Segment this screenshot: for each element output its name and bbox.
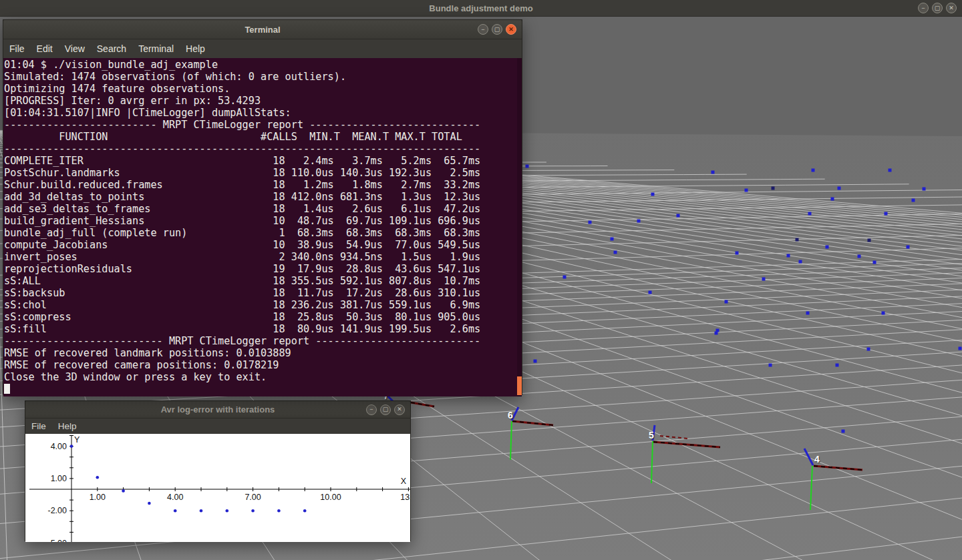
data-point [174,509,177,513]
menu-item-file[interactable]: File [3,41,31,56]
landmark-point [589,221,592,224]
menu-item-search[interactable]: Search [91,41,132,56]
x-tick-label: 13.0 [400,493,410,502]
landmark-point [858,255,861,258]
app-title: Bundle adjustment demo [429,3,532,13]
data-point [122,489,125,493]
menu-item-help[interactable]: Help [180,41,211,56]
landmark-point [885,212,888,216]
landmark-point [808,212,812,216]
landmark-point [923,188,926,191]
desktop: 6547 Bundle adjustment demo −▢✕ Terminal… [0,0,962,560]
landmark-point [831,198,834,201]
landmark-point [796,238,799,242]
menu-item-view[interactable]: View [59,41,91,56]
landmark-point [769,364,772,367]
landmark-point [873,261,876,264]
close-button[interactable]: ✕ [946,3,957,13]
data-point [200,509,203,513]
terminal-menubar: FileEditViewSearchTerminalHelp [3,39,522,58]
maximize-button[interactable]: ▢ [380,404,391,415]
landmark-point [907,246,910,249]
camera-label: 5 [649,430,654,441]
terminal-cursor [4,384,10,394]
menu-item-edit[interactable]: Edit [31,41,59,56]
landmark-point [715,332,718,335]
landmark-point [772,187,775,190]
minimize-button[interactable]: − [366,404,377,415]
close-button[interactable]: ✕ [506,24,516,35]
camera-label: 6 [508,410,513,421]
landmark-point [912,199,915,202]
menu-item-help[interactable]: Help [52,419,83,433]
plot-window-buttons: −▢✕ [366,401,405,418]
landmark-point [842,430,845,433]
landmark-point [836,364,839,367]
minimize-button[interactable]: − [478,24,488,35]
landmark-point [563,276,567,279]
landmark-point [651,193,655,196]
minimize-button[interactable]: − [918,3,929,13]
x-tick-label: 4.00 [167,493,183,502]
landmark-point [745,189,748,192]
landmark-point [889,169,892,172]
landmark-point [649,291,652,294]
y-tick-label: 1.00 [51,474,67,483]
x-tick-label: 1.00 [90,493,106,502]
landmark-point [867,348,870,351]
terminal-window-buttons: −▢✕ [478,20,516,39]
menu-item-file[interactable]: File [25,419,52,433]
landmark-point [959,347,962,350]
plot-titlebar[interactable]: Avr log-error with iterations −▢✕ [25,401,410,418]
data-point [251,509,255,513]
landmark-point [787,254,790,258]
menu-item-terminal[interactable]: Terminal [132,41,180,56]
x-axis-label: X [401,477,407,486]
data-point [277,509,281,513]
landmark-point [838,187,841,190]
plot-menubar: FileHelp [25,418,410,434]
landmark-point [868,239,871,242]
landmark-point [614,251,617,254]
terminal-scrollbar[interactable] [517,58,522,396]
plot-canvas[interactable]: 1.004.007.0010.0013.04.001.00-2.00-5.00Y… [25,434,410,542]
y-tick-label: 4.00 [51,442,67,451]
landmark-point [882,312,885,315]
landmark-point [762,278,766,281]
terminal-output-area[interactable]: 01:04 $ ./vision_bundle_adj_example Simu… [3,58,522,396]
y-axis-label: Y [74,435,80,445]
data-point [148,502,151,505]
landmark-point [534,360,537,363]
landmark-point [637,220,641,223]
x-tick-label: 10.00 [320,493,341,502]
camera-label: 4 [814,454,820,465]
y-tick-label: -5.00 [48,539,67,543]
terminal-window: Terminal −▢✕ FileEditViewSearchTerminalH… [3,19,522,395]
plot-title: Avr log-error with iterations [161,404,275,414]
terminal-title: Terminal [245,25,280,35]
maximize-button[interactable]: ▢ [492,24,502,35]
maximize-button[interactable]: ▢ [932,3,943,13]
data-point [303,509,307,513]
terminal-scrollbar-thumb[interactable] [517,376,522,395]
app-titlebar[interactable]: Bundle adjustment demo −▢✕ [0,0,962,17]
data-point [96,476,100,479]
landmark-point [736,252,739,255]
x-tick-label: 7.00 [245,493,261,502]
app-window-buttons: −▢✕ [918,0,957,16]
data-point [70,445,73,448]
landmark-point [812,169,815,172]
landmark-point [806,312,810,315]
y-tick-label: -2.00 [48,506,67,515]
landmark-point [799,260,802,264]
terminal-titlebar[interactable]: Terminal −▢✕ [3,20,522,39]
plot-window: Avr log-error with iterations −▢✕ FileHe… [25,400,411,541]
terminal-output-text: 01:04 $ ./vision_bundle_adj_example Simu… [3,58,522,395]
close-button[interactable]: ✕ [394,404,405,415]
landmark-point [677,214,680,218]
plot-background [25,434,410,542]
landmark-point [725,300,728,304]
landmark-point [526,165,529,168]
data-point [226,509,229,513]
landmark-point [826,246,829,249]
